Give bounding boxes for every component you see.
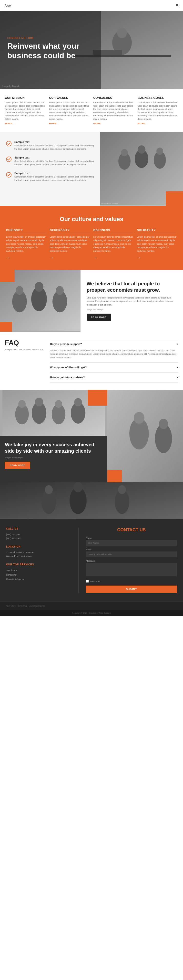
services-label: OUR TOP SERVICES bbox=[6, 563, 71, 566]
mission-text: Lorem ipsum. Click to select the text bo… bbox=[5, 101, 45, 121]
checklist-left: Sample text Sample text. Click to select… bbox=[0, 132, 100, 206]
call-us-label: CALL US bbox=[6, 527, 71, 530]
hero-tag: CONSULTING FIRM bbox=[7, 37, 93, 40]
believe-image-container bbox=[0, 270, 80, 332]
faq-question-1[interactable]: Do you provide support? + bbox=[50, 339, 178, 349]
svg-point-12 bbox=[121, 149, 128, 156]
faq-items: Do you provide support? + Answer: Lorem … bbox=[50, 339, 178, 382]
boldness-arrow[interactable]: → bbox=[93, 256, 133, 260]
consulting-more[interactable]: MORE bbox=[93, 122, 134, 125]
footer-link-1[interactable]: Your future bbox=[6, 605, 16, 607]
address-2: New York, NY 10115-0003 bbox=[6, 554, 71, 558]
consulting-col: Consulting Lorem ipsum. Click to select … bbox=[93, 96, 134, 125]
phone-numbers: (294) 562-107 (291) 793-2985 bbox=[6, 533, 71, 540]
success-section: We take joy in every success achieved si… bbox=[0, 390, 183, 482]
values-more[interactable]: MORE bbox=[49, 122, 90, 125]
name-input[interactable] bbox=[86, 540, 177, 546]
checklist-title-2: Sample text bbox=[14, 156, 94, 159]
svg-point-14 bbox=[138, 145, 145, 154]
form-title: CONTACT US bbox=[86, 527, 177, 533]
faq-question-3[interactable]: How to get future updates? + bbox=[50, 372, 178, 382]
name-field-row: Name bbox=[86, 537, 177, 546]
message-label: Message bbox=[86, 560, 177, 562]
checklist-body-3: Sample text. Click to select the text bo… bbox=[14, 175, 94, 182]
success-credit: Images from Freepik bbox=[5, 457, 103, 459]
services-block: OUR TOP SERVICES Your future Consulting … bbox=[6, 563, 71, 581]
svg-point-30 bbox=[55, 400, 62, 408]
mission-col: Our Mission Lorem ipsum. Click to select… bbox=[5, 96, 45, 125]
success-top-image bbox=[0, 390, 108, 436]
hero-title: Reinvent what your business could be bbox=[7, 41, 93, 60]
orange-accent-br bbox=[166, 191, 183, 206]
faq-question-text-2: What types of files will I get? bbox=[50, 366, 87, 369]
generosity-arrow[interactable]: → bbox=[50, 256, 90, 260]
four-columns-section: Our Mission Lorem ipsum. Click to select… bbox=[0, 89, 183, 132]
message-textarea[interactable] bbox=[86, 563, 177, 576]
curiosity-arrow[interactable]: → bbox=[6, 256, 46, 260]
orange-accent-tl bbox=[0, 270, 14, 282]
service-1: Your future bbox=[6, 568, 71, 573]
svg-point-40 bbox=[45, 485, 53, 494]
success-right-photo bbox=[108, 390, 183, 482]
success-left: We take joy in every success achieved si… bbox=[0, 390, 108, 482]
faq-subtitle: Sample text. Click to select the text bo… bbox=[5, 348, 44, 352]
values-text: Lorem ipsum. Click to select the text bo… bbox=[49, 101, 90, 121]
checklist-item-2: Sample text Sample text. Click to select… bbox=[6, 156, 94, 166]
svg-point-7 bbox=[6, 157, 11, 162]
checklist-body-2: Sample text. Click to select the text bo… bbox=[14, 160, 94, 166]
svg-point-28 bbox=[35, 398, 43, 406]
phone-1: (294) 562-107 bbox=[6, 533, 71, 536]
bottom-photo bbox=[0, 482, 183, 519]
orange-success-accent bbox=[88, 390, 108, 406]
faq-question-2[interactable]: What types of files will I get? + bbox=[50, 363, 178, 372]
mission-more[interactable]: MORE bbox=[5, 122, 45, 125]
faq-item-2: What types of files will I get? + bbox=[50, 363, 178, 372]
faq-answer-1: Answer: Lorem ipsum dolor sit amet, cons… bbox=[50, 349, 178, 362]
hero-overlay: CONSULTING FIRM Reinvent what your busin… bbox=[0, 11, 101, 89]
orange-accent-bl bbox=[0, 322, 12, 332]
checklist-section: Sample text Sample text. Click to select… bbox=[0, 132, 183, 206]
checklist-text-3: Sample text Sample text. Click to select… bbox=[14, 172, 94, 182]
footer-links: Your future Consulting Market intelligen… bbox=[0, 601, 183, 610]
svg-point-21 bbox=[35, 282, 43, 292]
faq-item-1: Do you provide support? + Answer: Lorem … bbox=[50, 339, 178, 363]
believe-title: We believe that for all people to prospe… bbox=[87, 280, 177, 293]
success-text-area: We take joy in every success achieved si… bbox=[0, 436, 108, 482]
svg-point-26 bbox=[18, 400, 26, 408]
name-label: Name bbox=[86, 537, 177, 539]
footer-link-2[interactable]: Consulting bbox=[18, 605, 27, 607]
faq-question-text-1: Do you provide support? bbox=[50, 342, 82, 345]
faq-title: FAQ bbox=[5, 339, 44, 347]
believe-section: We believe that for all people to prospe… bbox=[0, 270, 183, 332]
solidarity-arrow[interactable]: → bbox=[137, 256, 177, 260]
consulting-text: Lorem ipsum. Click to select the text bo… bbox=[93, 101, 134, 121]
footer-link-3[interactable]: Market intelligence bbox=[29, 605, 45, 607]
success-right-image bbox=[108, 390, 183, 482]
culture-section: Our culture and values CURIOSITY Lorem i… bbox=[0, 206, 183, 270]
culture-col-solidarity: SOLIDARITY Lorem ipsum dolor sit amet co… bbox=[137, 229, 177, 260]
faq-toggle-1: + bbox=[177, 342, 178, 345]
phone-2: (291) 793-2985 bbox=[6, 536, 71, 540]
svg-point-42 bbox=[74, 482, 83, 492]
culture-col-boldness: BOLDNESS Lorem ipsum dolor sit amet cons… bbox=[93, 229, 133, 260]
faq-section: FAQ Sample text. Click to select the tex… bbox=[0, 332, 183, 390]
svg-point-16 bbox=[156, 148, 163, 155]
contact-form-section: CONTACT US Name Email Message I accept t… bbox=[86, 527, 177, 593]
checkmark-icon-2 bbox=[6, 157, 11, 162]
svg-point-6 bbox=[6, 141, 11, 146]
success-read-more[interactable]: READ MORE bbox=[5, 461, 30, 469]
address: 127 Rock Street, 21 Avenue New York, NY … bbox=[6, 550, 71, 558]
submit-button[interactable]: SUBMIT bbox=[86, 585, 177, 593]
faq-item-3: How to get future updates? + bbox=[50, 372, 178, 382]
culture-col-curiosity: CURIOSITY Lorem ipsum dolor sit amet con… bbox=[6, 229, 46, 260]
svg-point-19 bbox=[16, 286, 23, 295]
copyright: Copyright © 2023 | Created by Total-Desi… bbox=[5, 612, 178, 614]
checklist-title-1: Sample text bbox=[14, 140, 94, 143]
faq-question-text-3: How to get future updates? bbox=[50, 376, 85, 379]
checklist-title-3: Sample text bbox=[14, 172, 94, 175]
menu-icon[interactable]: ≡ bbox=[175, 3, 178, 8]
goals-more[interactable]: MORE bbox=[138, 122, 178, 125]
email-input[interactable] bbox=[86, 552, 177, 557]
accept-checkbox[interactable] bbox=[86, 580, 89, 583]
believe-read-more[interactable]: READ MORE bbox=[87, 313, 111, 321]
